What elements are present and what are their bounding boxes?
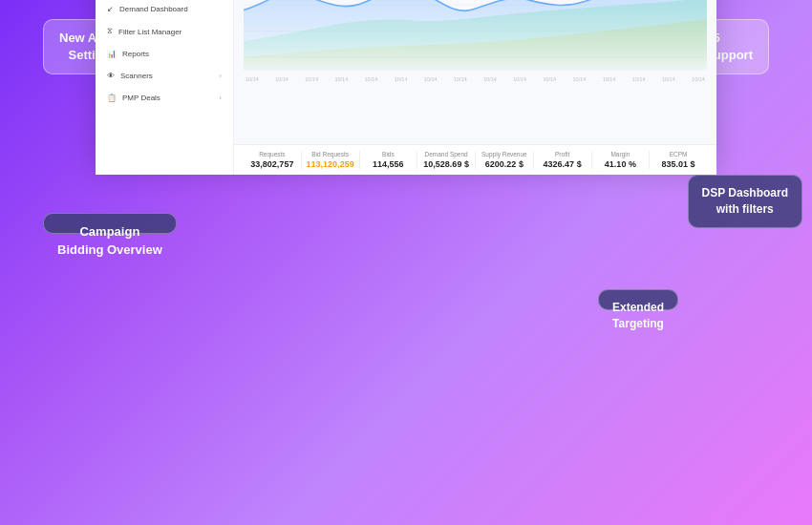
sidebar-item-label: Reports <box>122 50 149 58</box>
extended-targeting-badge: ExtendedTargeting <box>598 289 678 310</box>
stat-supply-revenue: Supply Revenue 6200.22 $ <box>476 151 534 169</box>
chevron-right-icon: › <box>219 72 222 80</box>
sidebar-item-label: PMP Deals <box>122 94 160 102</box>
line-chart <box>244 0 707 73</box>
dashboard-card: YOUR LOGO ! John Doe 👤 ID 01 | Support $… <box>96 0 716 175</box>
stat-demand-spend: Demand Spend 10,528.69 $ <box>417 151 476 169</box>
sidebar-item-label: Scanners <box>120 72 153 80</box>
sidebar-item-label: Filter List Manager <box>118 28 182 36</box>
demand-dashboard-icon: ↙ <box>107 5 114 13</box>
sidebar-item-pmp-deals[interactable]: 📋 PMP Deals › <box>96 87 233 109</box>
sidebar-item-scanners[interactable]: 👁 Scanners › <box>96 65 233 87</box>
sidebar-item-demand-dashboard[interactable]: ↙ Demand Dashboard <box>96 0 233 20</box>
sidebar-item-label: Demand Dashboard <box>119 5 188 13</box>
stat-bids: Bids 114,556 <box>360 151 418 169</box>
pmp-deals-icon: 📋 <box>107 94 117 102</box>
chart-area: 10/14 10/14 10/14 10/14 10/14 10/14 10/1… <box>234 0 716 144</box>
sidebar-item-reports[interactable]: 📊 Reports <box>96 43 233 65</box>
dashboard-sidebar: YOUR LOGO ! John Doe 👤 ID 01 | Support $… <box>96 0 234 175</box>
stat-ecpm: ECPM 835.01 $ <box>650 151 707 169</box>
chevron-right-icon: › <box>219 94 222 102</box>
reports-icon: 📊 <box>107 50 117 58</box>
scanners-icon: 👁 <box>107 72 115 80</box>
dsp-dashboard-badge: DSP Dashboardwith filters <box>688 175 802 228</box>
filter-list-icon: ⧖ <box>107 27 113 36</box>
dashboard-main: Dashboard ⚙ Inventories Companies All Co… <box>234 0 716 175</box>
stat-profit: Profit 4326.47 $ <box>534 151 592 169</box>
sidebar-item-filter-list[interactable]: ⧖ Filter List Manager <box>96 20 233 43</box>
stat-bid-requests: Bid Requests 113,120,259 <box>302 151 360 169</box>
campaign-bidding-badge: CampaignBidding Overview <box>43 213 177 234</box>
stats-row: Requests 33,802,757 Bid Requests 113,120… <box>234 144 716 175</box>
stat-requests: Requests 33,802,757 <box>244 151 302 169</box>
chart-time-labels: 10/14 10/14 10/14 10/14 10/14 10/14 10/1… <box>244 76 707 82</box>
stat-margin: Margin 41.10 % <box>592 151 651 169</box>
